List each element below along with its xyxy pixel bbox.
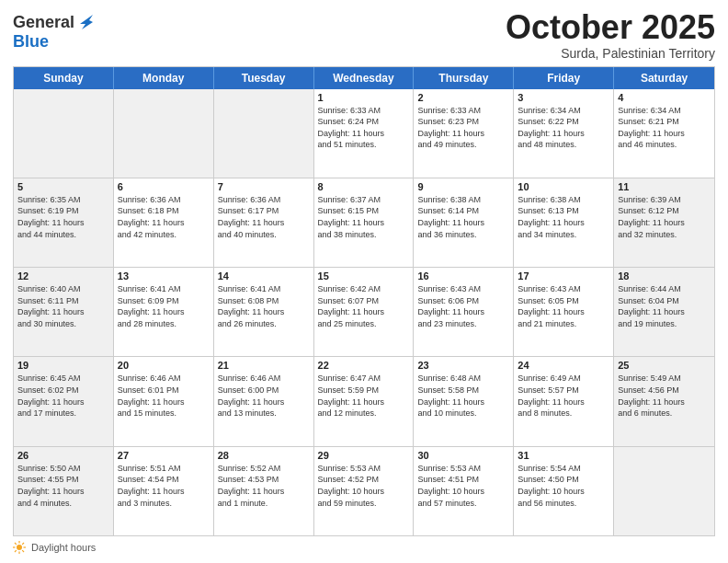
cell-text: Sunrise: 6:42 AM Sunset: 6:07 PM Dayligh… xyxy=(318,283,410,329)
location-subtitle: Surda, Palestinian Territory xyxy=(506,46,715,61)
cal-cell: 21Sunrise: 6:46 AM Sunset: 6:00 PM Dayli… xyxy=(214,357,314,445)
cal-cell xyxy=(14,89,114,178)
cell-text: Sunrise: 6:43 AM Sunset: 6:06 PM Dayligh… xyxy=(417,283,509,329)
cell-text: Sunrise: 6:34 AM Sunset: 6:21 PM Dayligh… xyxy=(618,105,711,151)
cell-text: Sunrise: 5:49 AM Sunset: 4:56 PM Dayligh… xyxy=(618,373,711,419)
cell-text: Sunrise: 6:39 AM Sunset: 6:12 PM Dayligh… xyxy=(618,194,711,240)
logo-blue: Blue xyxy=(13,33,97,52)
cell-text: Sunrise: 6:46 AM Sunset: 6:00 PM Dayligh… xyxy=(218,373,310,419)
cal-cell: 18Sunrise: 6:44 AM Sunset: 6:04 PM Dayli… xyxy=(614,268,714,356)
calendar-header-row: SundayMondayTuesdayWednesdayThursdayFrid… xyxy=(14,67,714,89)
svg-line-6 xyxy=(15,543,17,545)
day-number: 30 xyxy=(417,450,509,461)
day-number: 8 xyxy=(318,181,410,192)
cell-text: Sunrise: 5:52 AM Sunset: 4:53 PM Dayligh… xyxy=(218,463,310,509)
svg-line-8 xyxy=(22,543,24,545)
cell-text: Sunrise: 6:43 AM Sunset: 6:05 PM Dayligh… xyxy=(518,283,609,329)
day-number: 31 xyxy=(518,450,609,461)
day-number: 22 xyxy=(318,360,410,371)
cal-cell xyxy=(214,89,314,178)
day-number: 26 xyxy=(17,450,109,461)
cell-text: Sunrise: 6:36 AM Sunset: 6:18 PM Dayligh… xyxy=(118,194,210,240)
cal-cell: 30Sunrise: 5:53 AM Sunset: 4:51 PM Dayli… xyxy=(414,447,514,535)
cal-week-3: 12Sunrise: 6:40 AM Sunset: 6:11 PM Dayli… xyxy=(14,267,714,356)
day-number: 2 xyxy=(417,92,509,103)
day-number: 17 xyxy=(518,270,609,282)
cal-cell: 17Sunrise: 6:43 AM Sunset: 6:05 PM Dayli… xyxy=(514,268,614,356)
cal-week-1: 1Sunrise: 6:33 AM Sunset: 6:24 PM Daylig… xyxy=(14,89,714,178)
cal-cell: 19Sunrise: 6:45 AM Sunset: 6:02 PM Dayli… xyxy=(14,357,114,445)
cal-header-sunday: Sunday xyxy=(14,67,114,89)
day-number: 6 xyxy=(118,181,210,192)
day-number: 5 xyxy=(17,181,109,192)
cell-text: Sunrise: 6:46 AM Sunset: 6:01 PM Dayligh… xyxy=(118,373,210,419)
cell-text: Sunrise: 5:53 AM Sunset: 4:51 PM Dayligh… xyxy=(417,463,509,509)
cal-cell: 15Sunrise: 6:42 AM Sunset: 6:07 PM Dayli… xyxy=(314,268,415,356)
day-number: 9 xyxy=(417,181,509,192)
cal-cell: 3Sunrise: 6:34 AM Sunset: 6:22 PM Daylig… xyxy=(514,89,614,178)
cell-text: Sunrise: 5:51 AM Sunset: 4:54 PM Dayligh… xyxy=(118,463,210,509)
cal-cell: 27Sunrise: 5:51 AM Sunset: 4:54 PM Dayli… xyxy=(114,447,214,535)
cal-cell: 11Sunrise: 6:39 AM Sunset: 6:12 PM Dayli… xyxy=(614,178,714,267)
cal-cell: 4Sunrise: 6:34 AM Sunset: 6:21 PM Daylig… xyxy=(614,89,714,178)
cell-text: Sunrise: 6:37 AM Sunset: 6:15 PM Dayligh… xyxy=(318,194,410,240)
cell-text: Sunrise: 6:34 AM Sunset: 6:22 PM Dayligh… xyxy=(518,105,609,151)
cal-cell: 22Sunrise: 6:47 AM Sunset: 5:59 PM Dayli… xyxy=(314,357,415,445)
cal-cell: 10Sunrise: 6:38 AM Sunset: 6:13 PM Dayli… xyxy=(514,178,614,267)
cal-cell: 16Sunrise: 6:43 AM Sunset: 6:06 PM Dayli… xyxy=(414,268,514,356)
cal-cell: 25Sunrise: 5:49 AM Sunset: 4:56 PM Dayli… xyxy=(614,357,714,445)
cal-cell: 5Sunrise: 6:35 AM Sunset: 6:19 PM Daylig… xyxy=(14,178,114,267)
svg-marker-0 xyxy=(80,15,93,29)
day-number: 20 xyxy=(118,360,210,371)
cal-header-wednesday: Wednesday xyxy=(314,67,415,89)
day-number: 3 xyxy=(518,92,609,103)
cell-text: Sunrise: 6:49 AM Sunset: 5:57 PM Dayligh… xyxy=(518,373,609,419)
daylight-label: Daylight hours xyxy=(31,542,96,553)
cal-cell: 8Sunrise: 6:37 AM Sunset: 6:15 PM Daylig… xyxy=(314,178,415,267)
day-number: 28 xyxy=(218,450,310,461)
cell-text: Sunrise: 6:33 AM Sunset: 6:23 PM Dayligh… xyxy=(417,105,509,151)
logo-icon xyxy=(76,13,97,33)
cal-cell: 28Sunrise: 5:52 AM Sunset: 4:53 PM Dayli… xyxy=(214,447,314,535)
month-title: October 2025 xyxy=(506,9,715,46)
cell-text: Sunrise: 5:53 AM Sunset: 4:52 PM Dayligh… xyxy=(318,463,410,509)
cal-header-thursday: Thursday xyxy=(414,67,514,89)
cell-text: Sunrise: 6:38 AM Sunset: 6:13 PM Dayligh… xyxy=(518,194,609,240)
day-number: 15 xyxy=(318,270,410,282)
cell-text: Sunrise: 6:47 AM Sunset: 5:59 PM Dayligh… xyxy=(318,373,410,419)
sun-icon xyxy=(13,541,26,554)
cell-text: Sunrise: 6:41 AM Sunset: 6:08 PM Dayligh… xyxy=(218,283,310,329)
cal-header-tuesday: Tuesday xyxy=(214,67,314,89)
cell-text: Sunrise: 6:38 AM Sunset: 6:14 PM Dayligh… xyxy=(417,194,509,240)
day-number: 11 xyxy=(618,181,711,192)
day-number: 24 xyxy=(518,360,609,371)
cal-cell: 20Sunrise: 6:46 AM Sunset: 6:01 PM Dayli… xyxy=(114,357,214,445)
day-number: 21 xyxy=(218,360,310,371)
cal-cell xyxy=(614,447,714,535)
svg-line-7 xyxy=(22,550,24,552)
cal-week-2: 5Sunrise: 6:35 AM Sunset: 6:19 PM Daylig… xyxy=(14,178,714,267)
cal-cell xyxy=(114,89,214,178)
cal-cell: 29Sunrise: 5:53 AM Sunset: 4:52 PM Dayli… xyxy=(314,447,415,535)
cell-text: Sunrise: 6:35 AM Sunset: 6:19 PM Dayligh… xyxy=(17,194,109,240)
day-number: 23 xyxy=(417,360,509,371)
footer: Daylight hours xyxy=(13,541,715,554)
day-number: 19 xyxy=(17,360,109,371)
cal-cell: 7Sunrise: 6:36 AM Sunset: 6:17 PM Daylig… xyxy=(214,178,314,267)
cal-cell: 6Sunrise: 6:36 AM Sunset: 6:18 PM Daylig… xyxy=(114,178,214,267)
cell-text: Sunrise: 6:44 AM Sunset: 6:04 PM Dayligh… xyxy=(618,283,711,329)
cal-cell: 31Sunrise: 5:54 AM Sunset: 4:50 PM Dayli… xyxy=(514,447,614,535)
day-number: 7 xyxy=(218,181,310,192)
cell-text: Sunrise: 6:33 AM Sunset: 6:24 PM Dayligh… xyxy=(318,105,410,151)
day-number: 1 xyxy=(318,92,410,103)
cal-header-friday: Friday xyxy=(514,67,614,89)
cell-text: Sunrise: 6:40 AM Sunset: 6:11 PM Dayligh… xyxy=(17,283,109,329)
page: General Blue October 2025 Surda, Palesti… xyxy=(0,0,728,563)
cell-text: Sunrise: 5:50 AM Sunset: 4:55 PM Dayligh… xyxy=(17,463,109,509)
header: General Blue October 2025 Surda, Palesti… xyxy=(13,9,715,61)
cal-header-saturday: Saturday xyxy=(614,67,714,89)
cal-cell: 2Sunrise: 6:33 AM Sunset: 6:23 PM Daylig… xyxy=(414,89,514,178)
day-number: 27 xyxy=(118,450,210,461)
cell-text: Sunrise: 6:45 AM Sunset: 6:02 PM Dayligh… xyxy=(17,373,109,419)
day-number: 10 xyxy=(518,181,609,192)
